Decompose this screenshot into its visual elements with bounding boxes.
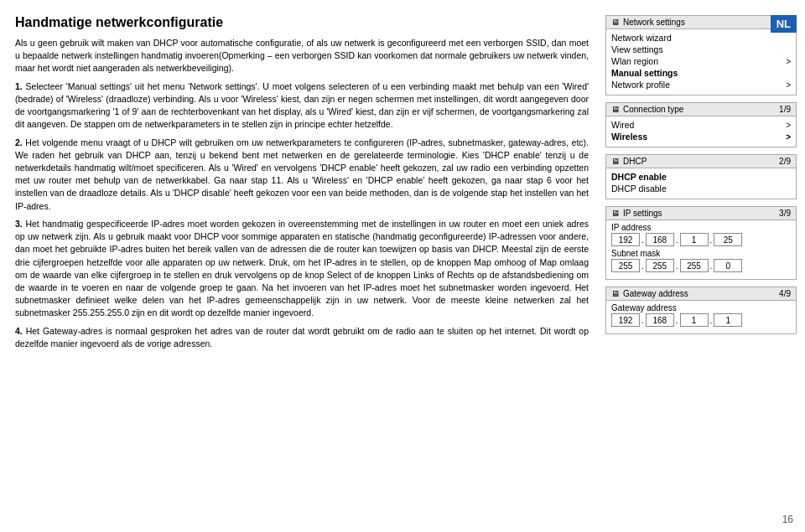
gateway-icon: 🖥 bbox=[611, 289, 620, 298]
network-settings-body: Network wizard View settings Wlan region… bbox=[606, 29, 796, 95]
step1-paragraph: 1. Selecteer 'Manual settings' uit het m… bbox=[15, 80, 589, 132]
dhcp-header: 🖥 DHCP 2/9 bbox=[606, 155, 796, 168]
dhcp-body: DHCP enable DHCP disable bbox=[606, 168, 796, 199]
manual-settings-row: Manual settings bbox=[611, 67, 791, 79]
ip-settings-num: 3/9 bbox=[779, 209, 791, 218]
intro-paragraph: Als u geen gebruik wilt maken van DHCP v… bbox=[15, 37, 589, 75]
ip-box-3: 1 bbox=[680, 233, 709, 246]
gateway-num: 4/9 bbox=[779, 289, 791, 298]
right-column: NL 🖥 Network settings Network wizard Vie… bbox=[605, 15, 797, 524]
nl-badge: NL bbox=[771, 15, 797, 33]
subnet-box-1: 255 bbox=[611, 259, 640, 272]
connection-type-header: 🖥 Connection type 1/9 bbox=[606, 103, 796, 116]
network-settings-icon: 🖥 bbox=[611, 18, 620, 27]
network-wizard-row: Network wizard bbox=[611, 32, 791, 44]
dhcp-title: DHCP bbox=[623, 157, 647, 166]
ip-box-1: 192 bbox=[611, 233, 640, 246]
connection-type-icon: 🖥 bbox=[611, 105, 620, 114]
dhcp-panel: 🖥 DHCP 2/9 DHCP enable DHCP disable bbox=[605, 154, 797, 199]
gw-box-1: 192 bbox=[611, 313, 640, 327]
wlan-region-row: Wlan region > bbox=[611, 55, 791, 67]
page-title: Handmatige netwerkconfiguratie bbox=[15, 15, 589, 30]
network-settings-header: 🖥 Network settings bbox=[606, 16, 796, 29]
ip-settings-icon: 🖥 bbox=[611, 209, 620, 218]
ip-address-label: IP address bbox=[611, 223, 791, 232]
subnet-box-4: 0 bbox=[714, 259, 742, 272]
subnet-mask-boxes: 255 . 255 . 255 . 0 bbox=[611, 259, 791, 272]
dhcp-disable-row: DHCP disable bbox=[611, 183, 791, 194]
gateway-body: Gateway address 192 . 168 . 1 . 1 bbox=[606, 301, 796, 333]
step2-paragraph: 2. Het volgende menu vraagt of u DHCP wi… bbox=[15, 137, 589, 213]
step3-paragraph: 3. Het handmatig gespecificeerde IP-adre… bbox=[15, 218, 589, 320]
ip-settings-panel: 🖥 IP settings 3/9 IP address 192 . 168 .… bbox=[605, 206, 797, 280]
connection-type-num: 1/9 bbox=[779, 105, 791, 114]
step4-paragraph: 4. Het Gateway-adres is normaal gesproke… bbox=[15, 325, 589, 350]
ip-address-boxes: 192 . 168 . 1 . 25 bbox=[611, 233, 791, 246]
ip-settings-header: 🖥 IP settings 3/9 bbox=[606, 207, 796, 220]
gw-box-4: 1 bbox=[714, 313, 742, 327]
dhcp-num: 2/9 bbox=[779, 157, 791, 166]
network-settings-panel: 🖥 Network settings Network wizard View s… bbox=[605, 15, 797, 96]
connection-type-body: Wired > Wireless > bbox=[606, 116, 796, 147]
dhcp-icon: 🖥 bbox=[611, 157, 620, 166]
left-column: Handmatige netwerkconfiguratie Als u gee… bbox=[15, 15, 595, 524]
gw-box-2: 168 bbox=[646, 313, 674, 327]
page: Handmatige netwerkconfiguratie Als u gee… bbox=[0, 0, 805, 532]
view-settings-row: View settings bbox=[611, 44, 791, 55]
gateway-header: 🖥 Gateway address 4/9 bbox=[606, 287, 796, 301]
connection-type-title: Connection type bbox=[623, 105, 683, 114]
wired-row: Wired > bbox=[611, 119, 791, 131]
wireless-row: Wireless > bbox=[611, 131, 791, 142]
subnet-box-2: 255 bbox=[646, 259, 674, 272]
gw-box-3: 1 bbox=[680, 313, 709, 327]
gateway-panel: 🖥 Gateway address 4/9 Gateway address 19… bbox=[605, 287, 797, 334]
gateway-title: Gateway address bbox=[623, 289, 688, 298]
ip-box-4: 25 bbox=[714, 233, 742, 246]
ip-settings-body: IP address 192 . 168 . 1 . 25 Subnet mas… bbox=[606, 220, 796, 279]
subnet-box-3: 255 bbox=[680, 259, 709, 272]
ip-settings-title: IP settings bbox=[623, 209, 662, 218]
network-profile-row: Network profile > bbox=[611, 79, 791, 90]
gateway-address-label: Gateway address bbox=[611, 303, 791, 312]
connection-type-panel: 🖥 Connection type 1/9 Wired > Wireless > bbox=[605, 102, 797, 147]
ip-box-2: 168 bbox=[646, 233, 674, 246]
subnet-mask-label: Subnet mask bbox=[611, 249, 791, 258]
network-settings-title: Network settings bbox=[623, 18, 685, 27]
dhcp-enable-row: DHCP enable bbox=[611, 171, 791, 183]
page-number: 16 bbox=[782, 514, 793, 525]
gateway-address-boxes: 192 . 168 . 1 . 1 bbox=[611, 313, 791, 327]
